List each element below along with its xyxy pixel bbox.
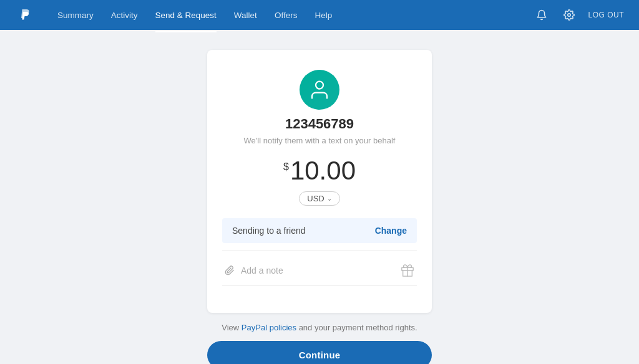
note-row [222, 259, 417, 282]
bottom-area: View PayPal policies and your payment me… [207, 323, 432, 364]
sending-type-row: Sending to a friend Change [222, 218, 417, 243]
chevron-down-icon: ⌄ [327, 195, 332, 202]
nav-help[interactable]: Help [307, 7, 339, 24]
notifications-button[interactable] [533, 6, 550, 24]
gift-icon[interactable] [401, 264, 414, 277]
logout-button[interactable]: LOG OUT [588, 11, 624, 19]
currency-symbol: $ [283, 161, 289, 173]
settings-button[interactable] [560, 6, 578, 24]
policies-text: View PayPal policies and your payment me… [222, 323, 417, 332]
nav-offers[interactable]: Offers [267, 7, 305, 24]
paperclip-icon [225, 266, 235, 275]
main-content: 123456789 We'll notify them with a text … [0, 30, 639, 364]
amount-value: 10.00 [290, 158, 356, 184]
note-divider [222, 285, 417, 285]
nav-send-request[interactable]: Send & Request [148, 7, 224, 24]
svg-point-0 [568, 14, 571, 17]
nav-activity[interactable]: Activity [104, 7, 145, 24]
currency-selector[interactable]: USD ⌄ [299, 191, 339, 206]
payment-card: 123456789 We'll notify them with a text … [207, 50, 432, 313]
continue-button[interactable]: Continue [207, 341, 432, 364]
nav-links: Summary Activity Send & Request Wallet O… [50, 7, 533, 24]
amount-display: $ 10.00 [283, 158, 356, 184]
rights-label: and your payment method rights. [296, 323, 417, 332]
sending-label: Sending to a friend [232, 226, 306, 236]
navbar: Summary Activity Send & Request Wallet O… [0, 0, 639, 30]
nav-summary[interactable]: Summary [50, 7, 101, 24]
divider-1 [222, 251, 417, 251]
paypal-policies-link[interactable]: PayPal policies [241, 323, 296, 332]
recipient-number: 123456789 [285, 116, 354, 132]
currency-label: USD [307, 194, 324, 203]
recipient-avatar [300, 70, 339, 110]
change-button[interactable]: Change [375, 226, 407, 236]
svg-point-1 [316, 82, 323, 89]
nav-right: LOG OUT [533, 6, 624, 24]
note-input[interactable] [241, 266, 401, 275]
notify-text: We'll notify them with a text on your be… [244, 136, 396, 145]
nav-wallet[interactable]: Wallet [227, 7, 265, 24]
view-label: View [222, 323, 241, 332]
paypal-logo [15, 5, 35, 25]
